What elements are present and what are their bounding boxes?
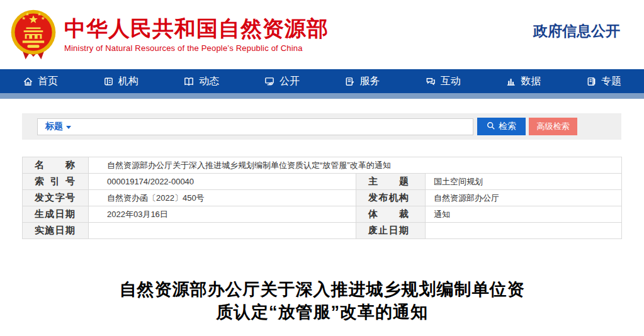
field-label-doc-number: 发文字号 bbox=[23, 190, 89, 206]
table-row: 生成日期 2022年03月16日 体 裁 通知 bbox=[23, 206, 622, 223]
main-navbar: 首页 机构 动态 公开 服务 互动 数据 专题 bbox=[0, 69, 644, 93]
nav-item-label: 互动 bbox=[441, 75, 461, 88]
field-label-genre: 体 裁 bbox=[356, 206, 426, 223]
field-label-effective-date: 实施日期 bbox=[23, 223, 89, 239]
nav-item-home[interactable]: 首页 bbox=[0, 69, 81, 93]
document-metadata-table: 名 称 自然资源部办公厅关于深入推进城乡规划编制单位资质认定“放管服”改革的通知… bbox=[22, 157, 622, 239]
nav-item-data[interactable]: 数据 bbox=[483, 69, 563, 93]
field-value-created-date: 2022年03月16日 bbox=[89, 206, 356, 223]
data-icon bbox=[506, 76, 516, 87]
disclosure-icon bbox=[264, 76, 275, 87]
field-value-issuing-agency: 自然资源部办公厅 bbox=[426, 190, 622, 206]
document-title-line1: 自然资源部办公厅关于深入推进城乡规划编制单位资 bbox=[0, 278, 644, 301]
advanced-search-button[interactable]: 高级检索 bbox=[529, 118, 577, 135]
national-emblem-icon[interactable] bbox=[9, 8, 58, 61]
nav-item-label: 公开 bbox=[280, 75, 300, 88]
nav-item-service[interactable]: 服务 bbox=[322, 69, 403, 93]
search-section: 标题 检索 高级检索 bbox=[22, 113, 621, 140]
nav-item-label: 专题 bbox=[601, 75, 621, 88]
organization-icon bbox=[103, 76, 114, 87]
site-subtitle: Ministry of Natural Resources of the Peo… bbox=[64, 43, 329, 53]
field-label-subject: 主 题 bbox=[356, 174, 426, 190]
search-button-label: 检索 bbox=[499, 121, 516, 132]
search-icon bbox=[487, 121, 495, 132]
table-row: 索 引 号 000019174/2022-00040 主 题 国土空间规划 bbox=[23, 174, 622, 190]
home-icon bbox=[23, 76, 33, 87]
nav-item-interaction[interactable]: 互动 bbox=[402, 69, 483, 93]
nav-item-label: 数据 bbox=[521, 75, 541, 88]
service-icon bbox=[344, 76, 355, 87]
field-value-repeal-date bbox=[426, 223, 622, 239]
field-value-genre: 通知 bbox=[426, 206, 622, 223]
field-label-issuing-agency: 发布机构 bbox=[356, 190, 426, 206]
field-value-subject: 国土空间规划 bbox=[426, 174, 622, 190]
field-value-doc-number: 自然资办函〔2022〕450号 bbox=[89, 190, 356, 206]
field-value-name: 自然资源部办公厅关于深入推进城乡规划编制单位资质认定“放管服”改革的通知 bbox=[89, 157, 622, 174]
table-row: 实施日期 废止日期 bbox=[23, 223, 622, 239]
nav-item-disclosure[interactable]: 公开 bbox=[242, 69, 322, 93]
search-field-selector-label: 标题 bbox=[45, 121, 63, 132]
nav-accent-strip bbox=[0, 93, 644, 99]
search-field-selector[interactable]: 标题 bbox=[45, 121, 71, 132]
interaction-icon bbox=[425, 76, 436, 87]
search-button[interactable]: 检索 bbox=[477, 118, 526, 135]
gov-info-disclosure-link[interactable]: 政府信息公开 bbox=[533, 21, 620, 41]
field-value-effective-date bbox=[89, 223, 356, 239]
topics-icon bbox=[586, 76, 597, 87]
field-label-name: 名 称 bbox=[23, 157, 89, 174]
news-icon bbox=[183, 76, 195, 87]
table-row: 名 称 自然资源部办公厅关于深入推进城乡规划编制单位资质认定“放管服”改革的通知 bbox=[23, 157, 622, 174]
nav-item-news[interactable]: 动态 bbox=[161, 69, 242, 93]
nav-item-label: 动态 bbox=[199, 75, 219, 88]
chevron-down-icon bbox=[66, 126, 71, 129]
site-title-block: 中华人民共和国自然资源部 Ministry of Natural Resourc… bbox=[64, 16, 329, 53]
site-title: 中华人民共和国自然资源部 bbox=[64, 16, 329, 41]
nav-item-label: 服务 bbox=[359, 75, 380, 88]
field-label-index-number: 索 引 号 bbox=[23, 174, 89, 190]
field-value-index-number: 000019174/2022-00040 bbox=[89, 174, 356, 190]
table-row: 发文字号 自然资办函〔2022〕450号 发布机构 自然资源部办公厅 bbox=[23, 190, 622, 206]
field-label-repeal-date: 废止日期 bbox=[356, 223, 426, 239]
document-title-line2: 质认定“放管服”改革的通知 bbox=[0, 301, 644, 323]
document-title: 自然资源部办公厅关于深入推进城乡规划编制单位资 质认定“放管服”改革的通知 bbox=[0, 278, 644, 323]
field-label-created-date: 生成日期 bbox=[23, 206, 89, 223]
site-header: 中华人民共和国自然资源部 Ministry of Natural Resourc… bbox=[0, 0, 644, 69]
page: 中华人民共和国自然资源部 Ministry of Natural Resourc… bbox=[0, 0, 644, 336]
nav-item-organization[interactable]: 机构 bbox=[81, 69, 161, 93]
nav-item-label: 首页 bbox=[38, 75, 58, 88]
nav-item-topics[interactable]: 专题 bbox=[563, 69, 644, 93]
search-input[interactable]: 标题 bbox=[37, 118, 473, 135]
nav-item-label: 机构 bbox=[118, 75, 138, 88]
